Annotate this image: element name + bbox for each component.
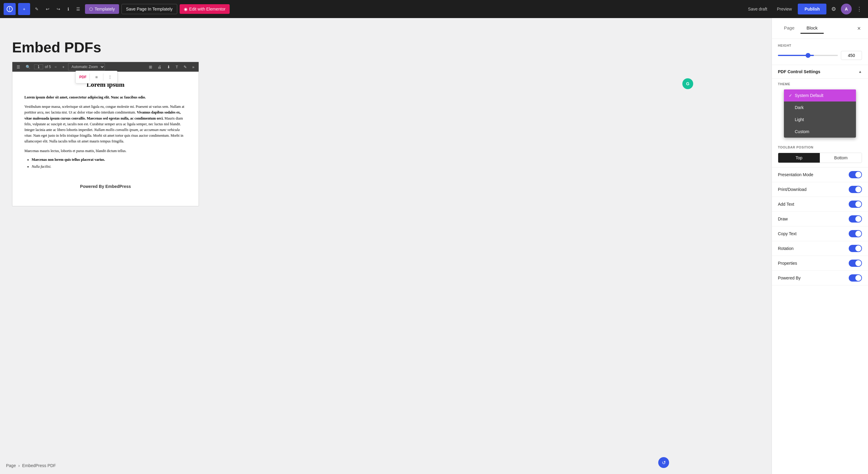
height-slider[interactable] [778,55,838,56]
pdf-viewer-toolbar: ☰ 🔍 of 5 − + Automatic Zoom 50% 75% 100%… [12,62,198,72]
pdf-control-section-header[interactable]: PDF Control Settings ▲ [772,65,868,78]
rotation-toggle[interactable] [849,245,862,252]
add-text-label: Add Text [778,202,794,207]
slider-row: 450 [778,51,862,60]
presentation-mode-toggle[interactable] [849,171,862,178]
breadcrumb: Page › EmbedPress PDF [6,463,56,468]
theme-dropdown-container: ✓ System Default ✓ Dark ✓ Light ✓ Custom [778,90,862,138]
toggle-row-rotation: Rotation [772,241,868,256]
breadcrumb-current: EmbedPress PDF [22,463,56,468]
save-templately-button[interactable]: Save Page In Templately [121,4,177,14]
pdf-control-title: PDF Control Settings [778,69,820,74]
undo-button[interactable]: ↩ [43,4,52,14]
toolbar-pos-top-button[interactable]: Top [778,153,820,163]
toolbar-pos-bottom-button[interactable]: Bottom [820,153,862,163]
check-icon: ✓ [789,93,792,98]
zoom-in-button[interactable]: + [61,64,67,70]
settings-button[interactable]: ⚙ [829,3,838,15]
presentation-button[interactable]: ⊞ [147,64,154,70]
theme-label: THEME [778,78,862,86]
topbar: + ✎ ↩ ↪ ℹ ☰ ⬡ Templately Save Page In Te… [0,0,868,18]
theme-option-system-default[interactable]: ✓ System Default [784,90,856,101]
chevron-up-icon: ▲ [858,70,862,74]
breadcrumb-page[interactable]: Page [6,463,16,468]
add-block-button[interactable]: + [18,3,30,15]
pdf-icon[interactable]: PDF [78,72,88,82]
tab-block[interactable]: Block [801,23,824,34]
transform-icon[interactable]: ≡ [92,72,101,82]
print-download-toggle[interactable] [849,186,862,193]
toggle-row-copytext: Copy Text [772,227,868,241]
toggles-container: Presentation Mode Print/Download Add Tex… [772,167,868,285]
templately-icon: ⬡ [89,7,93,11]
theme-option-light[interactable]: ✓ Light [784,113,856,126]
tab-page[interactable]: Page [778,23,801,34]
redo-button[interactable]: ↪ [54,4,63,14]
toolbar-pos-buttons: Top Bottom [778,153,862,163]
zoom-select[interactable]: Automatic Zoom 50% 75% 100% 125% 150% [68,63,105,70]
editor-area: PDF ≡ ⋮ Embed PDFs G ☰ 🔍 of 5 − + Automa… [0,18,772,474]
topbar-right: Save draft Preview Publish ⚙ A ⋮ [744,3,864,15]
pdf-list: Maecenas non lorem quis tellus placerat … [32,158,187,169]
height-section: HEIGHT 450 [772,39,868,65]
avatar[interactable]: A [841,4,852,14]
info-button[interactable]: ℹ [65,4,71,14]
draw-button[interactable]: ✎ [182,64,189,70]
page-number-input[interactable] [34,64,43,69]
grammarly-badge: G [682,78,693,89]
powered-by-toggle[interactable] [849,274,862,281]
sidebar-toggle-button[interactable]: ☰ [15,64,22,70]
height-input[interactable]: 450 [841,51,862,60]
draw-label: Draw [778,216,788,221]
print-button[interactable]: 🖨 [156,64,163,70]
copy-text-label: Copy Text [778,231,797,236]
embedpress-refresh-button[interactable]: ↺ [658,457,669,468]
properties-toggle[interactable] [849,260,862,267]
theme-option-custom[interactable]: ✓ Custom [784,126,856,138]
toolbar-divider-2 [103,73,103,81]
save-draft-button[interactable]: Save draft [744,4,771,14]
toggle-row-print: Print/Download [772,182,868,197]
zoom-out-button[interactable]: − [53,64,59,70]
preview-button[interactable]: Preview [773,4,796,14]
draw-toggle[interactable] [849,215,862,223]
toggle-row-draw: Draw [772,212,868,227]
toggle-row-addtext: Add Text [772,197,868,212]
templately-button[interactable]: ⬡ Templately [85,4,119,14]
copy-text-toggle[interactable] [849,230,862,237]
list-view-button[interactable]: ☰ [74,4,83,14]
powered-by-label: Powered By [778,276,801,280]
pdf-para1: Vestibulum neque massa, scelerisque sit … [24,104,187,144]
toolbar-position-section: TOOLBAR POSITION Top Bottom [772,141,868,167]
elementor-icon: ◉ [184,7,187,11]
pdf-para4: Maecenas mauris lectus, lobortis et puru… [24,148,187,154]
close-sidebar-button[interactable]: × [856,24,862,33]
publish-button[interactable]: Publish [798,4,827,14]
more-options-button[interactable]: ⋮ [854,3,864,15]
toggle-row-properties: Properties [772,256,868,271]
toolbar-pos-label: TOOLBAR POSITION [778,145,862,149]
toggle-row-poweredby: Powered By [772,271,868,285]
sidebar: Page Block × HEIGHT 450 PDF Control Sett… [772,18,868,474]
pdf-content: Lorem ipsum Lorem ipsum dolor sit amet, … [12,72,198,180]
edit-button[interactable]: ✎ [33,4,41,14]
properties-label: Properties [778,261,797,266]
search-pdf-button[interactable]: 🔍 [24,64,32,70]
print-download-label: Print/Download [778,187,807,192]
more-pdf-button[interactable]: » [190,64,196,70]
toolbar-divider [90,73,90,81]
pdf-bold-para: Lorem ipsum dolor sit amet, consectetur … [24,95,187,100]
theme-option-dark[interactable]: ✓ Dark [784,101,856,113]
page-title: Embed PDFs [12,39,760,56]
height-label: HEIGHT [778,44,862,47]
more-toolbar-button[interactable]: ⋮ [105,72,115,82]
add-text-toggle[interactable] [849,201,862,208]
breadcrumb-separator: › [19,463,20,468]
wp-logo [4,3,16,15]
elementor-button[interactable]: ◉ Edit with Elementor [180,4,230,14]
tools-button[interactable]: T [174,64,180,70]
main-layout: PDF ≡ ⋮ Embed PDFs G ☰ 🔍 of 5 − + Automa… [0,18,868,474]
download-button[interactable]: ⬇ [165,64,172,70]
rotation-label: Rotation [778,246,794,251]
page-total: of 5 [45,65,51,69]
